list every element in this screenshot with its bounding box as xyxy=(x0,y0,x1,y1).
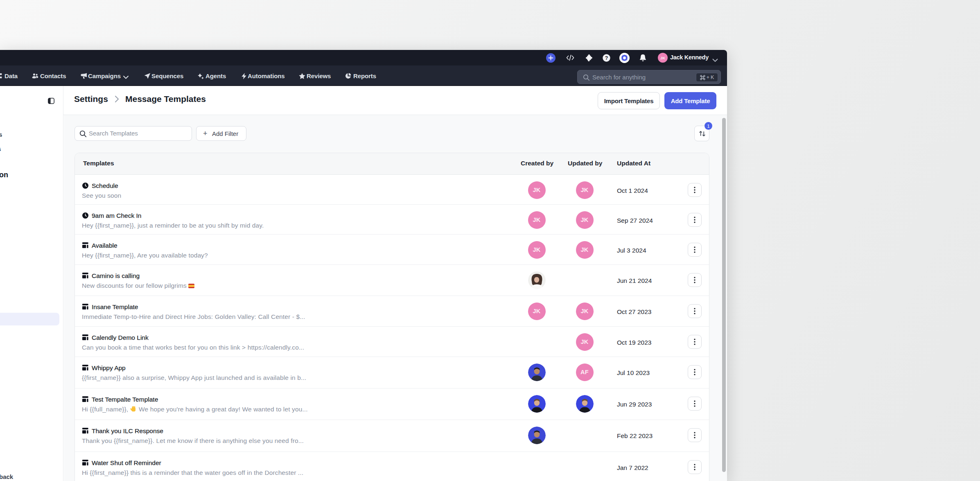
svg-text:?: ? xyxy=(605,55,608,61)
